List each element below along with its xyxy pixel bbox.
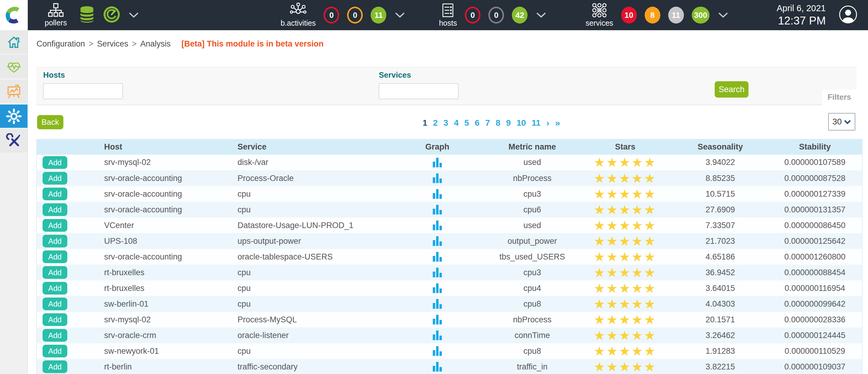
seasonality-cell: 4.65186 <box>673 249 768 265</box>
hosts-filter-label: Hosts <box>43 70 123 80</box>
hosts-up-badge[interactable]: 42 <box>512 7 528 24</box>
stars-rating: ★★★★★ <box>578 280 673 296</box>
graph-cell <box>388 296 487 312</box>
add-button[interactable]: Add <box>42 361 67 373</box>
pagination-next[interactable]: › <box>546 118 549 128</box>
bar-chart-icon[interactable] <box>433 205 442 214</box>
stars-rating: ★★★★★ <box>578 265 673 280</box>
hosts-unreachable-badge[interactable]: 0 <box>488 7 504 24</box>
sidebar-item-administration[interactable] <box>0 129 28 152</box>
services-label: services <box>586 19 613 28</box>
bar-chart-icon[interactable] <box>433 315 442 324</box>
hosts-down-badge[interactable]: 0 <box>465 7 480 24</box>
topbar-business-activities[interactable]: b.activities <box>281 3 316 28</box>
poller-latency-gauge-icon[interactable] <box>103 6 120 24</box>
bar-chart-icon[interactable] <box>433 362 442 372</box>
pagination: 1234567891011›» <box>57 118 868 128</box>
bar-chart-icon[interactable] <box>433 330 442 340</box>
services-filter-input[interactable] <box>379 83 459 99</box>
centreon-logo[interactable] <box>0 0 28 30</box>
services-unknown-badge[interactable]: 11 <box>668 7 684 24</box>
topbar-pollers[interactable]: pollers <box>45 3 67 27</box>
table-row: Add rt-bruxelles cpu cpu3 ★★★★★ 36.9452 … <box>37 265 862 280</box>
add-button[interactable]: Add <box>42 235 67 248</box>
bar-chart-icon[interactable] <box>433 221 442 230</box>
pagination-page-7[interactable]: 7 <box>485 118 490 128</box>
pagination-page-3[interactable]: 3 <box>443 118 448 128</box>
pagination-page-5[interactable]: 5 <box>464 118 469 128</box>
pollers-chevron-down-icon[interactable] <box>129 12 139 18</box>
sidebar-item-home[interactable] <box>0 30 28 54</box>
top-bar: pollers <box>0 0 868 30</box>
bar-chart-icon[interactable] <box>433 299 442 309</box>
bar-chart-icon[interactable] <box>433 252 442 262</box>
services-group: services 10 8 11 300 <box>586 3 728 28</box>
stars-rating: ★★★★★ <box>578 359 673 374</box>
breadcrumb-services[interactable]: Services <box>97 39 128 49</box>
pagination-page-8[interactable]: 8 <box>496 118 500 128</box>
add-button[interactable]: Add <box>42 203 67 216</box>
bar-chart-icon[interactable] <box>433 189 442 199</box>
hosts-chevron-down-icon[interactable] <box>536 12 546 18</box>
bar-chart-icon[interactable] <box>433 236 442 246</box>
hosts-filter-input[interactable] <box>43 83 123 99</box>
bam-chevron-down-icon[interactable] <box>395 12 405 18</box>
services-critical-badge[interactable]: 10 <box>621 7 637 24</box>
add-button[interactable]: Add <box>42 345 67 357</box>
breadcrumb-analysis[interactable]: Analysis <box>140 39 171 49</box>
bar-chart-icon[interactable] <box>433 346 442 356</box>
pagination-page-9[interactable]: 9 <box>506 118 511 128</box>
service-cell: cpu <box>231 296 388 312</box>
poller-database-icon[interactable] <box>79 5 95 25</box>
stars-rating: ★★★★★ <box>578 218 673 233</box>
add-button[interactable]: Add <box>42 172 67 184</box>
table-row: Add sw-newyork-01 cpu cpu8 ★★★★★ 1.91283… <box>37 343 862 359</box>
pagination-page-6[interactable]: 6 <box>475 118 479 128</box>
search-button[interactable]: Search <box>715 81 748 97</box>
metric-cell: cpu3 <box>487 265 578 280</box>
add-button[interactable]: Add <box>42 156 67 169</box>
service-cell: oracle-tablespace-USERS <box>231 249 388 265</box>
add-button[interactable]: Add <box>42 188 67 200</box>
topbar-hosts[interactable]: hosts <box>439 3 457 28</box>
bar-chart-icon[interactable] <box>433 158 442 167</box>
breadcrumb-configuration[interactable]: Configuration <box>36 39 85 49</box>
host-cell: srv-oracle-crm <box>91 327 231 343</box>
bar-chart-icon[interactable] <box>433 283 442 293</box>
add-button[interactable]: Add <box>42 266 67 279</box>
sidebar-item-monitoring[interactable] <box>0 55 28 78</box>
sidebar-item-reporting[interactable] <box>0 80 28 103</box>
bam-warning-badge[interactable]: 0 <box>347 7 363 24</box>
add-column-header <box>37 139 91 155</box>
pagination-page-10[interactable]: 10 <box>517 118 526 128</box>
user-avatar[interactable] <box>838 5 858 25</box>
pagination-last[interactable]: » <box>555 118 560 128</box>
add-button[interactable]: Add <box>42 313 67 326</box>
pagination-page-2[interactable]: 2 <box>433 118 438 128</box>
pagination-page-1[interactable]: 1 <box>423 118 427 128</box>
add-button[interactable]: Add <box>42 329 67 342</box>
bar-chart-icon[interactable] <box>433 173 442 183</box>
table-row: Add UPS-108 ups-output-power output_powe… <box>37 233 862 249</box>
topbar-services[interactable]: services <box>586 3 613 28</box>
service-cell: traffic-secondary <box>231 359 388 374</box>
pagination-page-4[interactable]: 4 <box>454 118 459 128</box>
bar-chart-icon[interactable] <box>433 268 442 277</box>
filters-tab-label[interactable]: Filters <box>822 90 857 105</box>
add-button[interactable]: Add <box>42 282 67 294</box>
bam-critical-badge[interactable]: 0 <box>323 7 339 24</box>
metric-cell: used <box>487 218 578 233</box>
stability-cell: 0.000000088454 <box>768 265 862 280</box>
services-chevron-down-icon[interactable] <box>718 12 728 18</box>
services-ok-badge[interactable]: 300 <box>692 7 710 24</box>
page-size-select[interactable]: 30 <box>828 113 855 131</box>
add-button[interactable]: Add <box>42 297 67 310</box>
seasonality-column-header: Seasonality <box>673 139 768 155</box>
add-button[interactable]: Add <box>42 251 67 263</box>
sidebar-item-configuration[interactable] <box>0 105 28 128</box>
services-warning-badge[interactable]: 8 <box>645 7 660 24</box>
host-cell: UPS-108 <box>91 233 231 249</box>
pagination-page-11[interactable]: 11 <box>532 118 541 128</box>
add-button[interactable]: Add <box>42 219 67 232</box>
bam-ok-badge[interactable]: 11 <box>371 7 386 24</box>
